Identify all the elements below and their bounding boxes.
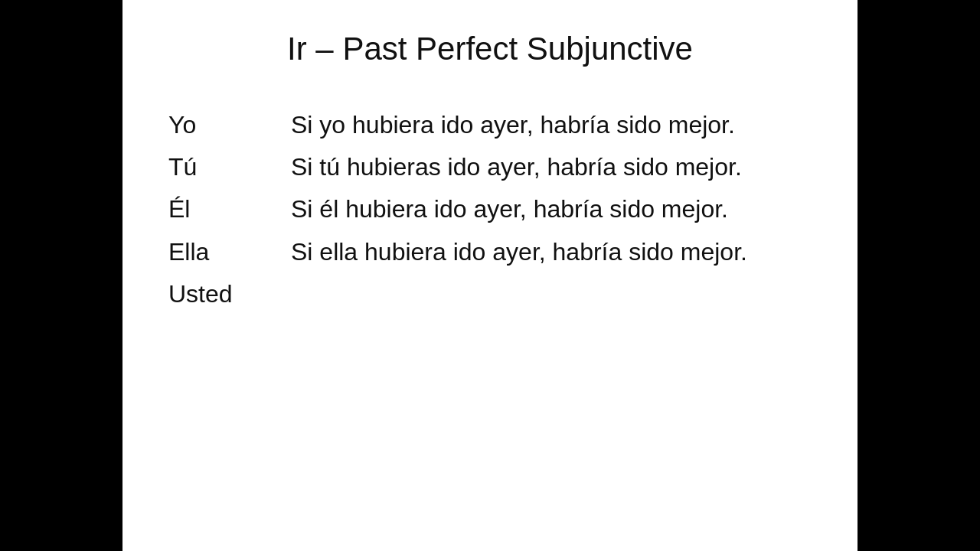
table-row: YoSi yo hubiera ido ayer, habría sido me… — [168, 106, 747, 145]
pronoun-cell: Yo — [168, 106, 291, 145]
pronoun-cell: Él — [168, 190, 291, 229]
sentence-cell: Si tú hubieras ido ayer, habría sido mej… — [291, 148, 742, 187]
conjugation-table: YoSi yo hubiera ido ayer, habría sido me… — [168, 106, 747, 317]
slide-title: Ir – Past Perfect Subjunctive — [168, 31, 812, 67]
table-row: Usted — [168, 275, 747, 314]
pronoun-cell: Ella — [168, 233, 291, 272]
left-black-bar — [0, 0, 122, 551]
pronoun-cell: Tú — [168, 148, 291, 187]
sentence-cell: Si ella hubiera ido ayer, habría sido me… — [291, 233, 747, 272]
sentence-cell: Si yo hubiera ido ayer, habría sido mejo… — [291, 106, 735, 145]
table-row: TúSi tú hubieras ido ayer, habría sido m… — [168, 148, 747, 187]
table-row: ÉlSi él hubiera ido ayer, habría sido me… — [168, 190, 747, 229]
pronoun-cell: Usted — [168, 275, 291, 314]
table-row: EllaSi ella hubiera ido ayer, habría sid… — [168, 233, 747, 272]
slide-area: Ir – Past Perfect Subjunctive YoSi yo hu… — [122, 0, 858, 551]
right-black-bar — [858, 0, 980, 551]
sentence-cell: Si él hubiera ido ayer, habría sido mejo… — [291, 190, 728, 229]
